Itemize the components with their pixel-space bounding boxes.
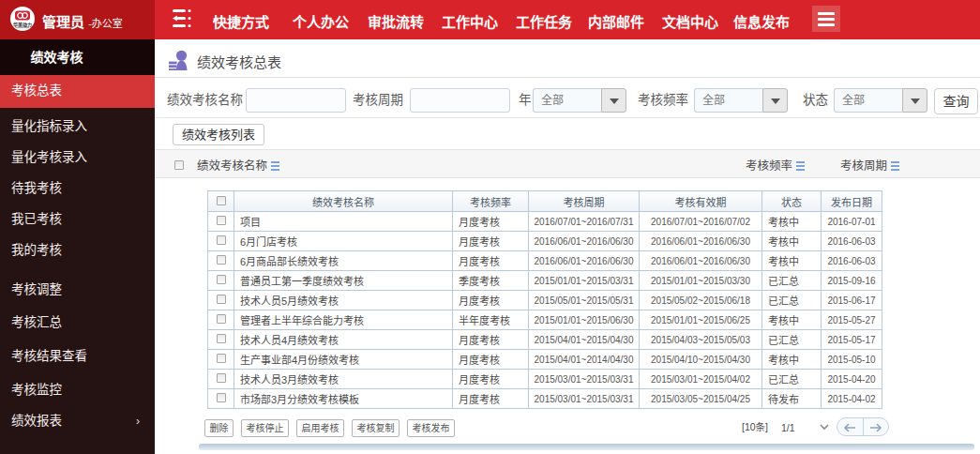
svg-text:华美动力: 华美动力	[13, 22, 32, 28]
